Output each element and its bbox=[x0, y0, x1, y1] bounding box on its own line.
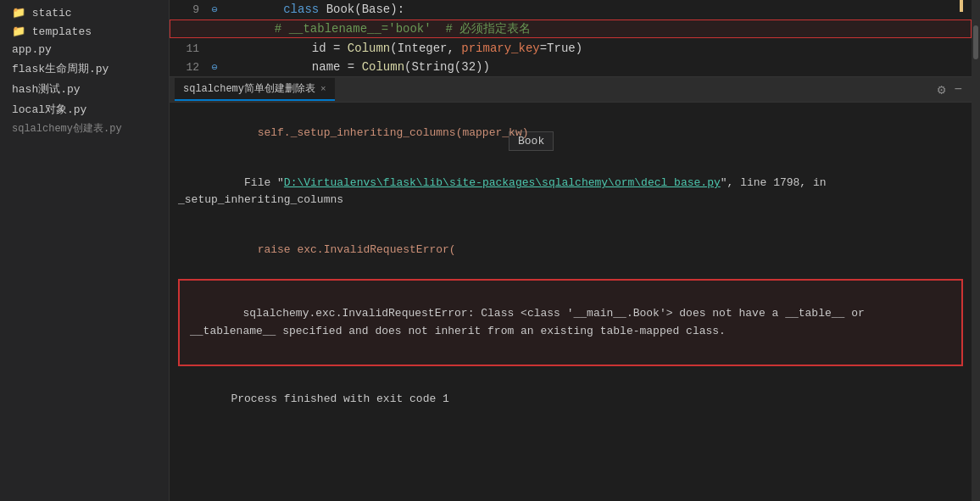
terminal-line-3: raise exc.InvalidRequestError( bbox=[178, 225, 963, 276]
sidebar-item-label: flask生命周期.py bbox=[12, 63, 109, 75]
sidebar-item-apppy[interactable]: app.py bbox=[0, 41, 169, 58]
yellow-indicator bbox=[960, 0, 963, 12]
code-editor: 9 ⊖ class Book(Base): # __tablename__='b… bbox=[170, 0, 972, 76]
sidebar-item-local-object[interactable]: local对象.py bbox=[0, 99, 169, 120]
sidebar-item-label: hash测试.py bbox=[12, 83, 81, 96]
sidebar-item-templates[interactable]: 📁 templates bbox=[0, 22, 169, 41]
error-message-box: sqlalchemy.exc.InvalidRequestError: Clas… bbox=[178, 279, 963, 366]
line-content-12: name = Column(String(32)) bbox=[221, 47, 972, 87]
sidebar-item-flask-lifecycle[interactable]: flask生命周期.py bbox=[0, 58, 169, 79]
folder-icon: 📁 bbox=[12, 25, 32, 38]
line-number-12: 12 bbox=[170, 61, 208, 74]
terminal-body: self._setup_inheriting_columns(mapper_kw… bbox=[170, 103, 972, 501]
terminal-line-1: self._setup_inheriting_columns(mapper_kw… bbox=[178, 108, 963, 158]
terminal-line-2: File "D:\Virtualenvs\flask\lib\site-pack… bbox=[178, 159, 963, 225]
file-link[interactable]: D:\Virtualenvs\flask\lib\site-packages\s… bbox=[284, 176, 721, 189]
sidebar-item-label: templates bbox=[32, 25, 92, 38]
line-number-11: 11 bbox=[170, 42, 208, 55]
scrollbar[interactable] bbox=[972, 0, 980, 501]
folder-icon: 📁 bbox=[12, 7, 32, 19]
code-line-12: 12 ⊖ name = Column(String(32)) bbox=[170, 58, 972, 76]
sidebar-item-sqlalchemy[interactable]: sqlalchemy创建表.py bbox=[0, 120, 169, 138]
sidebar-item-static[interactable]: 📁 static bbox=[0, 3, 169, 22]
line-gutter-12: ⊖ bbox=[208, 61, 221, 74]
terminal-process-line: Process finished with exit code 1 bbox=[178, 374, 963, 424]
sidebar-item-label: app.py bbox=[12, 43, 52, 56]
sidebar-item-hash-test[interactable]: hash测试.py bbox=[0, 79, 169, 99]
sidebar-item-label: sqlalchemy创建表.py bbox=[12, 123, 122, 135]
sidebar: 📁 static 📁 templates app.py flask生命周期.py… bbox=[0, 0, 170, 501]
scrollbar-thumb[interactable] bbox=[973, 25, 978, 59]
error-text: sqlalchemy.exc.InvalidRequestError: Clas… bbox=[190, 307, 871, 337]
sidebar-item-label: local对象.py bbox=[12, 103, 86, 116]
terminal-panel: sqlalchemy简单创建删除表 × ⚙ − self._setup_inhe… bbox=[170, 76, 972, 501]
process-text: Process finished with exit code 1 bbox=[231, 392, 448, 405]
main-area: 9 ⊖ class Book(Base): # __tablename__='b… bbox=[170, 0, 972, 501]
